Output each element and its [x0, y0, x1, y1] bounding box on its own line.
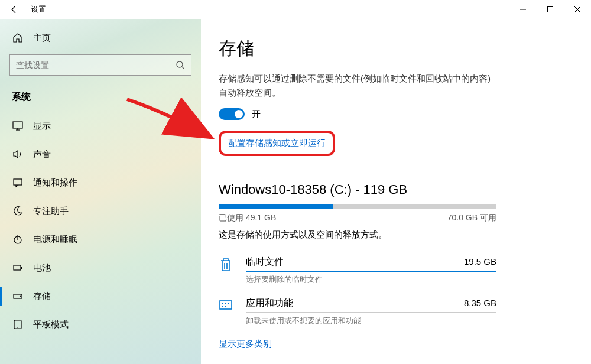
sidebar-item-storage[interactable]: 存储 [0, 282, 201, 310]
svg-rect-22 [222, 306, 223, 307]
monitor-icon [12, 120, 24, 132]
storage-sense-toggle[interactable] [219, 108, 245, 120]
svg-point-17 [17, 327, 18, 328]
svg-rect-9 [14, 179, 22, 185]
speaker-icon [12, 148, 24, 160]
svg-rect-20 [225, 303, 226, 304]
configure-storage-sense-link[interactable]: 配置存储感知或立即运行 [219, 131, 335, 156]
sidebar-item-label: 平板模式 [33, 319, 69, 330]
search-input[interactable] [16, 60, 176, 70]
sidebar-item-label: 电源和睡眠 [33, 234, 77, 245]
trash-icon [219, 257, 235, 272]
tablet-icon [12, 318, 24, 330]
storage-sense-description: 存储感知可以通过删除不需要的文件(例如临时文件和回收站中的内容)自动释放空间。 [219, 72, 491, 100]
sidebar-item-battery[interactable]: 电池 [0, 254, 201, 282]
moon-icon [12, 205, 24, 217]
message-icon [12, 177, 24, 188]
close-button[interactable] [564, 0, 591, 19]
home-nav[interactable]: 主页 [0, 26, 201, 50]
sidebar-item-label: 存储 [33, 291, 51, 302]
sidebar-item-sound[interactable]: 声音 [0, 140, 201, 168]
usage-bar [219, 204, 496, 209]
drive-description: 这是存储的使用方式以及空间的释放方式。 [219, 229, 566, 240]
svg-rect-21 [228, 303, 229, 304]
category-name: 应用和功能 [246, 297, 293, 310]
sidebar-item-display[interactable]: 显示 [0, 112, 201, 140]
used-label: 已使用 49.1 GB [219, 213, 276, 223]
sidebar: 主页 系统 显示声音通知和操作专注助手电源和睡眠电池存储平板模式 [0, 19, 201, 364]
free-label: 70.0 GB 可用 [447, 213, 496, 223]
svg-rect-1 [548, 7, 553, 12]
storage-category-row[interactable]: 应用和功能 8.35 GB 卸载未使用或不想要的应用和功能 [219, 292, 496, 334]
window-title: 设置 [31, 4, 46, 15]
content-area: 存储 存储感知可以通过删除不需要的文件(例如临时文件和回收站中的内容)自动释放空… [201, 19, 591, 364]
svg-rect-6 [13, 122, 22, 128]
sidebar-item-label: 显示 [33, 121, 51, 132]
category-bar [246, 312, 496, 313]
sidebar-item-label: 专注助手 [33, 206, 69, 217]
sidebar-item-label: 通知和操作 [33, 177, 77, 188]
category-size: 8.35 GB [464, 298, 496, 308]
battery-icon [12, 262, 24, 274]
svg-rect-23 [225, 306, 226, 307]
apps-icon [219, 298, 235, 313]
home-icon [12, 32, 24, 44]
category-size: 19.5 GB [464, 256, 496, 266]
drive-icon [12, 290, 24, 302]
page-title: 存储 [219, 37, 566, 61]
svg-rect-12 [14, 265, 21, 270]
svg-rect-19 [222, 303, 223, 304]
search-box[interactable] [9, 54, 191, 76]
sidebar-item-notifications[interactable]: 通知和操作 [0, 168, 201, 197]
sidebar-item-focus[interactable]: 专注助手 [0, 197, 201, 225]
show-more-categories-link[interactable]: 显示更多类别 [219, 339, 272, 350]
svg-point-15 [20, 296, 21, 297]
storage-category-row[interactable]: 临时文件 19.5 GB 选择要删除的临时文件 [219, 251, 496, 292]
svg-line-5 [182, 67, 184, 69]
sidebar-item-label: 声音 [33, 149, 51, 160]
svg-point-4 [177, 61, 183, 67]
home-label: 主页 [33, 32, 51, 44]
toggle-state-label: 开 [252, 109, 261, 120]
drive-title: Windows10-18358 (C:) - 119 GB [219, 182, 566, 197]
back-button[interactable] [5, 0, 24, 19]
category-subtext: 选择要删除的临时文件 [246, 274, 496, 285]
power-icon [12, 233, 24, 245]
sidebar-item-tablet[interactable]: 平板模式 [0, 310, 201, 339]
titlebar: 设置 [0, 0, 591, 19]
minimize-button[interactable] [509, 0, 537, 19]
search-icon [176, 60, 185, 70]
category-bar [246, 271, 496, 272]
svg-rect-18 [220, 301, 232, 309]
maximize-button[interactable] [537, 0, 564, 19]
usage-bar-used [219, 204, 333, 209]
svg-rect-13 [21, 266, 22, 269]
category-name: 临时文件 [246, 256, 284, 268]
sidebar-item-power[interactable]: 电源和睡眠 [0, 225, 201, 254]
category-subtext: 卸载未使用或不想要的应用和功能 [246, 316, 496, 326]
section-title: 系统 [0, 85, 201, 112]
sidebar-item-label: 电池 [33, 262, 51, 274]
